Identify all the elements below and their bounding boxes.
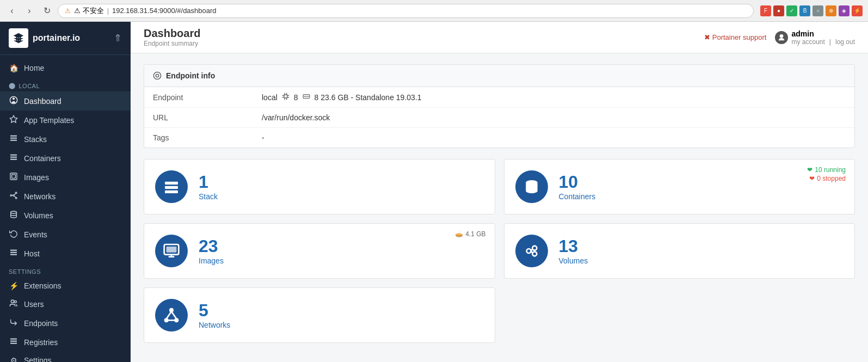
upgrade-button[interactable]: ⇑ (114, 32, 122, 44)
heart-red-icon: ❤ (809, 175, 815, 182)
svg-rect-9 (10, 173, 17, 180)
volumes-card-label: Volumes (559, 256, 844, 265)
forward-button[interactable]: › (23, 4, 36, 17)
sidebar-item-volumes[interactable]: Volumes (0, 206, 131, 225)
card-stacks[interactable]: 1 Stack (144, 159, 495, 214)
size-value: 4.1 GB (465, 230, 485, 238)
svg-point-57 (170, 309, 173, 311)
app-layout: portainer.io ⇑ 🏠 Home ⬤ LOCAL Dashboard (0, 22, 868, 362)
card-volumes[interactable]: 13 Volumes (504, 223, 855, 279)
sidebar-item-events[interactable]: Events (0, 225, 131, 244)
containers-card-count: 10 (559, 173, 844, 192)
sidebar-section-settings: SETTINGS (0, 263, 131, 277)
containers-card-label: Containers (559, 192, 844, 201)
main-content: Dashboard Endpoint summary ✖ Portainer s… (131, 22, 868, 362)
logo-icon (9, 28, 28, 48)
page-title-area: Dashboard Endpoint summary (144, 27, 200, 47)
back-button[interactable]: ‹ (5, 4, 19, 17)
networks-card-label: Networks (199, 321, 484, 329)
pie-chart-icon: 🥧 (455, 230, 463, 238)
sidebar-item-extensions[interactable]: ⚡ Extensions (0, 277, 131, 294)
sidebar-item-settings[interactable]: ⚙ Settings (0, 352, 131, 362)
svg-point-59 (175, 319, 178, 322)
settings-icon: ⚙ (9, 356, 19, 362)
svg-line-61 (171, 311, 176, 318)
content-area: Endpoint info Endpoint local (131, 53, 868, 362)
app-templates-icon (9, 115, 19, 125)
svg-line-60 (167, 311, 171, 318)
sidebar-item-extensions-label: Extensions (24, 281, 61, 290)
stopped-badge: ❤ 0 stopped (809, 175, 846, 182)
sidebar-item-dashboard[interactable]: Dashboard (0, 91, 131, 111)
volumes-card-info: 13 Volumes (559, 237, 844, 265)
images-card-count: 23 (199, 237, 484, 256)
log-out-link[interactable]: log out (835, 38, 855, 46)
card-containers[interactable]: 10 Containers ❤ 10 running ❤ 0 stopped (504, 159, 855, 214)
svg-point-28 (153, 72, 161, 79)
networks-card-info: 5 Networks (199, 301, 484, 329)
sidebar-item-networks-label: Networks (24, 192, 56, 201)
sidebar-item-containers[interactable]: Containers (0, 149, 131, 168)
svg-point-58 (165, 319, 168, 322)
ext3-icon: ✓ (786, 5, 797, 16)
sidebar-item-home-label: Home (24, 64, 44, 72)
sidebar-item-app-templates[interactable]: App Templates (0, 111, 131, 130)
svg-rect-7 (10, 157, 17, 158)
stack-card-label: Stack (199, 192, 484, 201)
sidebar-item-host[interactable]: Host (0, 244, 131, 263)
svg-rect-19 (10, 250, 17, 251)
sidebar-item-app-templates-label: App Templates (24, 116, 74, 125)
endpoint-row: Endpoint local 8 (144, 87, 854, 108)
volumes-icon (9, 210, 19, 220)
sidebar-navigation: 🏠 Home ⬤ LOCAL Dashboard App Templates (0, 55, 131, 362)
stopped-count: 0 stopped (817, 175, 846, 182)
portainer-support-link[interactable]: ✖ Portainer support (704, 33, 767, 41)
sidebar-item-users[interactable]: Users (0, 294, 131, 314)
endpoint-info-title: Endpoint info (166, 71, 215, 80)
svg-point-18 (11, 211, 17, 213)
running-count: 10 running (815, 166, 846, 174)
endpoint-value: local 8 8 23.6 GB - Standalone 19.03.1 (253, 87, 854, 108)
networks-card-count: 5 (199, 301, 484, 320)
support-link-text: Portainer support (712, 33, 767, 41)
card-networks[interactable]: 5 Networks (144, 287, 495, 343)
ext2-icon: ● (773, 5, 784, 16)
tags-value: - (253, 128, 854, 148)
support-icon: ✖ (704, 33, 710, 41)
settings-section-label: SETTINGS (9, 268, 41, 275)
ext6-icon: ⊕ (826, 5, 836, 16)
containers-card-badge: ❤ 10 running ❤ 0 stopped (807, 166, 846, 182)
endpoints-icon (9, 318, 19, 328)
sidebar-item-home[interactable]: 🏠 Home (0, 59, 131, 77)
svg-rect-21 (10, 254, 17, 255)
reload-button[interactable]: ↻ (40, 4, 53, 17)
svg-rect-20 (10, 252, 17, 253)
containers-card-icon (515, 170, 548, 203)
card-images[interactable]: 23 Images 🥧 4.1 GB (144, 223, 495, 279)
user-name: admin (791, 29, 855, 38)
dashboard-cards-grid: 1 Stack 10 (144, 159, 855, 343)
section-dot-icon: ⬤ (9, 82, 16, 89)
url-value: /var/run/docker.sock (253, 108, 854, 128)
endpoint-info-panel-header: Endpoint info (144, 65, 854, 87)
sidebar-item-networks[interactable]: Networks (0, 187, 131, 206)
my-account-link[interactable]: my account (791, 38, 824, 46)
sidebar-logo: portainer.io ⇑ (0, 22, 131, 55)
endpoint-info-body: Endpoint local 8 (144, 87, 854, 148)
endpoint-info-header-icon (153, 71, 162, 80)
memory-icon (303, 93, 310, 102)
size-badge: 🥧 4.1 GB (455, 230, 485, 238)
sidebar-item-endpoints[interactable]: Endpoints (0, 314, 131, 333)
sidebar-item-registries[interactable]: Registries (0, 333, 131, 352)
address-bar[interactable]: ⚠ ⚠ 不安全 | 192.168.31.54:9000/#/dashboard (58, 4, 754, 18)
security-warning-icon: ⚠ (65, 7, 71, 15)
top-header: Dashboard Endpoint summary ✖ Portainer s… (131, 22, 868, 53)
containers-icon (9, 153, 19, 163)
sidebar-item-stacks-label: Stacks (24, 135, 47, 144)
svg-rect-26 (10, 343, 17, 344)
svg-rect-25 (10, 341, 17, 342)
sidebar-item-stacks[interactable]: Stacks (0, 130, 131, 149)
stacks-icon (9, 134, 19, 144)
sidebar-item-images[interactable]: Images (0, 168, 131, 187)
ext1-icon: F (760, 5, 771, 16)
